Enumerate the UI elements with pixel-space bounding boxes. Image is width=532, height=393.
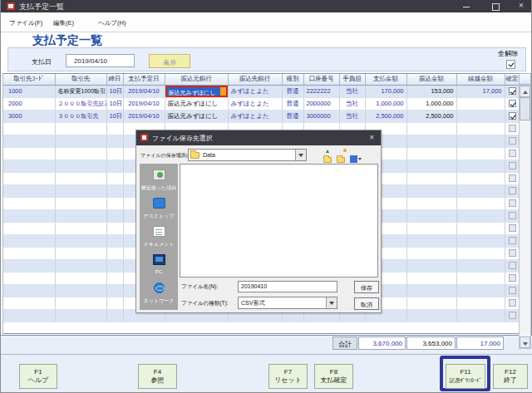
cell-code[interactable]	[3, 284, 55, 297]
column-header[interactable]: 支払予定日	[123, 74, 165, 85]
payment-date-input[interactable]: 2019/04/10	[66, 54, 135, 67]
cell-carry[interactable]	[456, 209, 505, 222]
cell-partner[interactable]	[55, 209, 106, 222]
column-header[interactable]: 繰越金額	[456, 74, 505, 85]
cell-carry[interactable]: 17,000	[456, 85, 505, 97]
dialog-close-icon[interactable]: ×	[369, 133, 374, 142]
cell-carry[interactable]	[456, 309, 505, 322]
column-header[interactable]: 手負担	[339, 74, 365, 85]
cell-close_day[interactable]	[106, 247, 123, 259]
cell-fee[interactable]: 当社	[339, 85, 365, 97]
cell-carry[interactable]	[456, 184, 505, 197]
cell-confirmed[interactable]	[505, 209, 519, 222]
cell-carry[interactable]	[456, 197, 505, 209]
column-header[interactable]: 種別	[282, 74, 303, 85]
cell-code[interactable]	[3, 122, 55, 135]
cell-partner[interactable]	[55, 135, 106, 147]
cell-close_day[interactable]	[106, 147, 123, 160]
column-header[interactable]: 確定	[505, 74, 519, 85]
cell-close_day[interactable]	[106, 135, 123, 147]
column-header[interactable]: 振込元銀行	[165, 74, 228, 85]
column-header[interactable]: 支払金額	[365, 74, 406, 85]
function-button-f1[interactable]: F1ヘルプ	[19, 364, 57, 389]
cell-close_day[interactable]	[106, 172, 123, 184]
table-row[interactable]: 1000名称変更1000取引先略10日2019/04/10振込元みずほにしみずほ…	[3, 85, 519, 97]
filename-input[interactable]: 20190410	[238, 281, 337, 292]
cell-carry[interactable]	[456, 147, 505, 160]
cell-code[interactable]	[3, 197, 55, 209]
cell-from_bank[interactable]: 振込元みずほにし	[165, 85, 228, 97]
cell-code[interactable]: 3000	[3, 110, 55, 122]
cell-pay[interactable]: 1,000,000	[365, 97, 406, 110]
column-header[interactable]: 取引先	[55, 74, 106, 85]
cell-from_bank[interactable]: 振込元みずほにし	[165, 110, 228, 122]
editing-cell[interactable]: 振込元みずほにし	[165, 86, 228, 97]
function-button-f11[interactable]: F11証憑ﾀﾞｳﾝﾛｰﾄﾞ	[446, 364, 485, 389]
cell-transfer[interactable]	[406, 172, 456, 184]
confirm-checkbox[interactable]	[509, 87, 516, 95]
cell-type[interactable]: 普通	[282, 85, 303, 97]
cell-confirmed[interactable]	[505, 247, 519, 259]
combo-dropdown-icon[interactable]	[326, 297, 337, 308]
cell-close_day[interactable]	[106, 309, 123, 322]
cell-confirmed[interactable]	[505, 222, 519, 234]
cell-close_day[interactable]	[106, 122, 123, 135]
confirm-checkbox[interactable]	[509, 100, 516, 107]
cell-partner[interactable]: ３０００取引先	[55, 110, 106, 122]
cell-confirmed[interactable]	[505, 172, 519, 184]
cell-close_day[interactable]	[106, 184, 123, 197]
cell-confirmed[interactable]	[505, 160, 519, 172]
cell-partner[interactable]	[55, 284, 106, 297]
cell-confirmed[interactable]	[505, 97, 519, 110]
cell-transfer[interactable]	[406, 247, 456, 259]
cell-confirmed[interactable]	[505, 184, 519, 197]
cell-code[interactable]	[3, 297, 55, 309]
cell-partner[interactable]	[55, 122, 106, 135]
cell-confirmed[interactable]	[505, 85, 519, 97]
cell-pay[interactable]: 170,000	[365, 85, 406, 97]
cell-to_bank[interactable]: みずほとよた	[228, 110, 282, 122]
cell-transfer[interactable]	[406, 222, 456, 234]
cell-confirmed[interactable]	[505, 122, 519, 135]
vertical-scrollbar[interactable]	[519, 85, 531, 349]
cell-code[interactable]	[3, 234, 55, 247]
scroll-up-icon[interactable]	[520, 86, 530, 97]
places-item[interactable]: デスクトップ	[140, 197, 178, 220]
cell-carry[interactable]	[456, 234, 505, 247]
cell-close_day[interactable]: 10日	[106, 97, 123, 110]
maximize-button[interactable]	[486, 0, 505, 12]
column-header[interactable]: 振込金額	[406, 74, 456, 85]
filetype-combobox[interactable]: CSV形式	[238, 297, 337, 309]
places-item[interactable]: PC	[140, 253, 178, 274]
cell-confirmed[interactable]	[505, 110, 519, 122]
cell-transfer[interactable]	[406, 122, 456, 135]
cell-due_date[interactable]: 2019/04/10	[123, 110, 165, 122]
cell-transfer[interactable]: 153,000	[406, 85, 456, 97]
cell-partner[interactable]	[55, 247, 106, 259]
cell-partner[interactable]: 名称変更1000取引先略	[55, 85, 106, 97]
table-row[interactable]: 3000３０００取引先10日2019/04/10振込元みずほにしみずほとよた普通…	[3, 110, 519, 122]
cell-partner[interactable]	[55, 309, 106, 322]
cell-carry[interactable]	[456, 122, 505, 135]
cell-partner[interactable]	[55, 297, 106, 309]
function-button-f7[interactable]: F7リセット	[268, 364, 308, 389]
cell-partner[interactable]	[55, 259, 106, 272]
scroll-down-icon[interactable]	[520, 337, 530, 348]
file-list[interactable]	[180, 164, 378, 278]
minimize-button[interactable]	[457, 0, 475, 12]
cell-account[interactable]: 2000000	[303, 97, 339, 110]
cell-confirmed[interactable]	[505, 135, 519, 147]
cell-due_date[interactable]: 2019/04/10	[123, 97, 165, 110]
cell-close_day[interactable]	[106, 160, 123, 172]
table-row[interactable]: 2000２０００取引先証憑送10日2019/04/10振込元みずほにしみずほとよ…	[3, 97, 519, 110]
cell-code[interactable]	[3, 172, 55, 184]
cell-carry[interactable]	[456, 247, 505, 259]
cell-code[interactable]	[3, 222, 55, 234]
cell-close_day[interactable]	[106, 297, 123, 309]
places-item[interactable]: 最近使った項目	[140, 169, 178, 192]
places-item[interactable]: ネットワーク	[140, 282, 178, 305]
cell-to_bank[interactable]: みずほとよた	[228, 85, 282, 97]
cell-transfer[interactable]	[406, 209, 456, 222]
cell-carry[interactable]	[456, 97, 505, 110]
cell-confirmed[interactable]	[505, 297, 519, 309]
